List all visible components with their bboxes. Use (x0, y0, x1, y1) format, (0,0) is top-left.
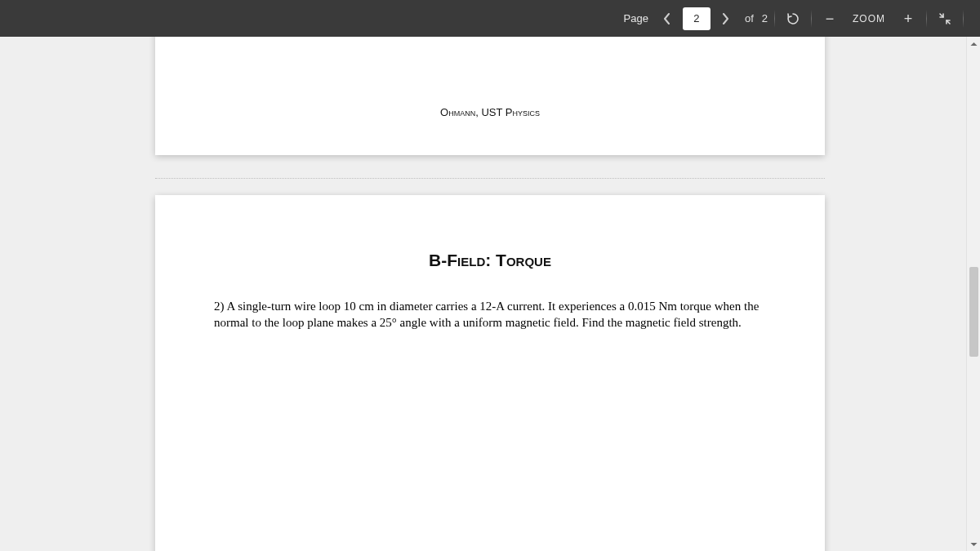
toolbar-separator (774, 10, 775, 28)
toolbar-separator (811, 10, 812, 28)
caret-down-icon (970, 542, 978, 547)
title-part: B-F (429, 251, 457, 269)
page-divider (155, 178, 825, 179)
caret-up-icon (970, 42, 978, 47)
toolbar-separator (926, 10, 927, 28)
problem-text: 2) A single-turn wire loop 10 cm in diam… (214, 298, 766, 331)
chevron-left-icon (663, 13, 670, 24)
prev-page-button[interactable] (658, 7, 676, 30)
title-part: orque (506, 251, 551, 269)
document-viewer: Ohmann, UST Physics B-Field: Torque 2) A… (0, 37, 980, 551)
collapse-icon (938, 12, 951, 25)
page-label: Page (624, 12, 648, 24)
zoom-out-button[interactable]: − (818, 7, 841, 30)
zoom-group: − ZOOM + (818, 7, 920, 30)
chevron-right-icon (722, 13, 729, 24)
page-title: B-Field: Torque (214, 251, 766, 270)
pdf-toolbar: Page of 2 − ZOOM + (0, 0, 980, 37)
minus-icon: − (826, 11, 835, 26)
document-page-2: B-Field: Torque 2) A single-turn wire lo… (155, 195, 825, 551)
page-nav-group: Page of 2 (624, 7, 768, 30)
exit-fullscreen-button[interactable] (933, 7, 956, 30)
total-pages: 2 (762, 12, 768, 24)
vertical-scrollbar[interactable] (966, 37, 980, 551)
of-label: of (745, 12, 754, 24)
scroll-down-button[interactable] (967, 537, 981, 551)
title-part: ield (457, 251, 485, 269)
zoom-in-button[interactable]: + (897, 7, 920, 30)
page-number-input[interactable] (683, 7, 710, 30)
plus-icon: + (904, 11, 913, 26)
zoom-label: ZOOM (853, 13, 885, 24)
title-part: : T (485, 251, 506, 269)
toolbar-separator (963, 10, 964, 28)
page-footer: Ohmann, UST Physics (155, 106, 825, 118)
rotate-button[interactable] (782, 7, 804, 30)
document-page-1: Ohmann, UST Physics (155, 37, 825, 155)
scroll-up-button[interactable] (967, 37, 981, 51)
next-page-button[interactable] (717, 7, 735, 30)
rotate-icon (786, 11, 800, 26)
scroll-track[interactable] (967, 51, 980, 537)
scroll-thumb[interactable] (969, 267, 978, 357)
